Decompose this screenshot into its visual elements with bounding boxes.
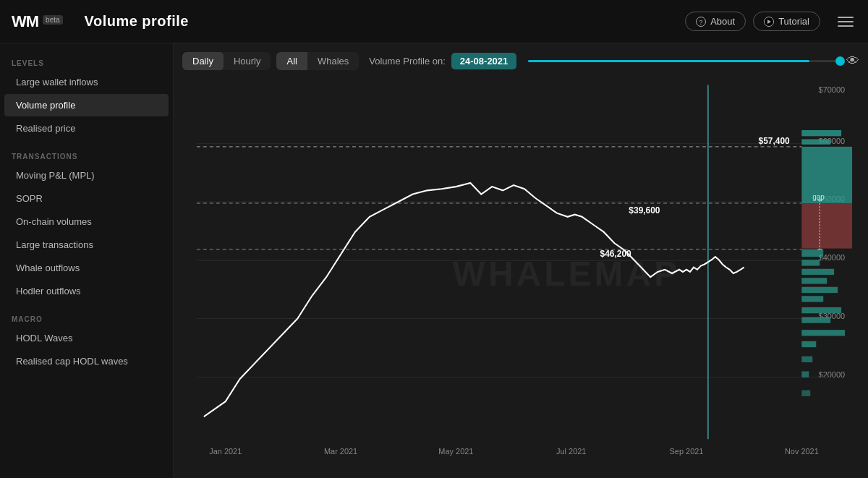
menu-button[interactable]	[835, 14, 856, 30]
sidebar-section-levels: LEVELS	[0, 55, 173, 70]
filter-group: All Whales	[276, 52, 359, 70]
beta-badge: beta	[43, 15, 62, 25]
main-chart: $70000 $60000 $50000 $40000 $30000 $2000…	[182, 77, 859, 469]
svg-text:May 2021: May 2021	[438, 447, 473, 456]
svg-text:$46,200: $46,200	[600, 249, 631, 259]
svg-rect-30	[801, 317, 830, 323]
svg-text:Mar 2021: Mar 2021	[324, 447, 357, 456]
sidebar-item-on-chain-volumes[interactable]: On-chain volumes	[4, 210, 169, 233]
sidebar-section-transactions: TRANSACTIONS	[0, 148, 173, 163]
about-button[interactable]: ? About	[685, 12, 746, 31]
svg-rect-18	[801, 203, 852, 249]
svg-rect-32	[801, 341, 816, 347]
svg-text:gap: gap	[812, 193, 825, 201]
time-tab-group: Daily Hourly	[182, 52, 271, 70]
tutorial-button[interactable]: Tutorial	[753, 12, 820, 31]
logo: WM	[12, 12, 38, 31]
content-area: Daily Hourly All Whales Volume Profile o…	[174, 43, 868, 478]
slider-fill	[528, 60, 809, 62]
page-title: Volume profile	[85, 13, 189, 30]
svg-rect-16	[801, 139, 830, 144]
svg-rect-34	[801, 372, 809, 377]
svg-rect-28	[801, 296, 823, 302]
svg-rect-23	[801, 249, 823, 257]
tutorial-label: Tutorial	[778, 16, 809, 27]
sidebar-item-sopr[interactable]: SOPR	[4, 187, 169, 210]
sidebar-item-hodl-waves[interactable]: HODL Waves	[4, 327, 169, 349]
svg-rect-24	[801, 260, 820, 265]
svg-rect-29	[801, 307, 841, 313]
svg-text:Nov 2021: Nov 2021	[785, 447, 819, 456]
filter-whales[interactable]: Whales	[307, 52, 359, 70]
svg-rect-17	[801, 147, 852, 203]
svg-rect-15	[801, 130, 841, 136]
svg-text:Jul 2021: Jul 2021	[556, 447, 586, 456]
header-nav: ? About Tutorial	[685, 12, 820, 31]
svg-rect-26	[801, 278, 827, 283]
header: WM beta Volume profile ? About Tutorial	[0, 0, 868, 43]
slider-thumb[interactable]	[835, 56, 845, 66]
volume-profile-label: Volume Profile on:	[369, 56, 446, 67]
timeline-slider[interactable]	[528, 60, 841, 62]
svg-text:$70000: $70000	[819, 85, 846, 94]
sidebar-item-large-transactions[interactable]: Large transactions	[4, 234, 169, 256]
tab-daily[interactable]: Daily	[182, 52, 224, 70]
svg-rect-27	[801, 287, 838, 293]
svg-rect-33	[801, 357, 812, 362]
svg-text:Jan 2021: Jan 2021	[209, 447, 242, 456]
slider-area	[528, 60, 841, 62]
svg-text:?: ?	[699, 19, 703, 26]
sidebar-item-realised-price[interactable]: Realised price	[4, 117, 169, 140]
about-label: About	[710, 16, 735, 27]
svg-text:$39,600: $39,600	[629, 205, 660, 215]
main-layout: LEVELS Large wallet inflows Volume profi…	[0, 43, 868, 478]
sidebar: LEVELS Large wallet inflows Volume profi…	[0, 43, 174, 478]
sidebar-section-macro: MACRO	[0, 311, 173, 326]
sidebar-item-whale-outflows[interactable]: Whale outflows	[4, 257, 169, 279]
svg-text:$57,400: $57,400	[759, 135, 790, 145]
sidebar-item-volume-profile[interactable]: Volume profile	[4, 94, 169, 116]
svg-rect-35	[801, 390, 810, 396]
tab-hourly[interactable]: Hourly	[224, 52, 271, 70]
play-icon	[764, 17, 774, 27]
visibility-toggle[interactable]: 👁	[846, 54, 859, 69]
toolbar: Daily Hourly All Whales Volume Profile o…	[182, 52, 859, 70]
chart-container: WHALEMAP $70000 $60000 $50000 $40000 $30…	[182, 77, 859, 469]
svg-rect-25	[801, 269, 834, 275]
svg-text:Sep 2021: Sep 2021	[670, 447, 704, 456]
sidebar-item-moving-pl[interactable]: Moving P&L (MPL)	[4, 164, 169, 187]
filter-all[interactable]: All	[276, 52, 307, 70]
sidebar-item-realised-cap-hodl-waves[interactable]: Realised cap HODL waves	[4, 350, 169, 372]
svg-rect-31	[801, 330, 845, 336]
logo-area: WM beta	[12, 12, 63, 31]
question-icon: ?	[696, 17, 706, 27]
selected-date[interactable]: 24-08-2021	[451, 53, 517, 69]
sidebar-item-large-wallet-inflows[interactable]: Large wallet inflows	[4, 71, 169, 93]
sidebar-item-hodler-outflows[interactable]: Hodler outflows	[4, 280, 169, 302]
